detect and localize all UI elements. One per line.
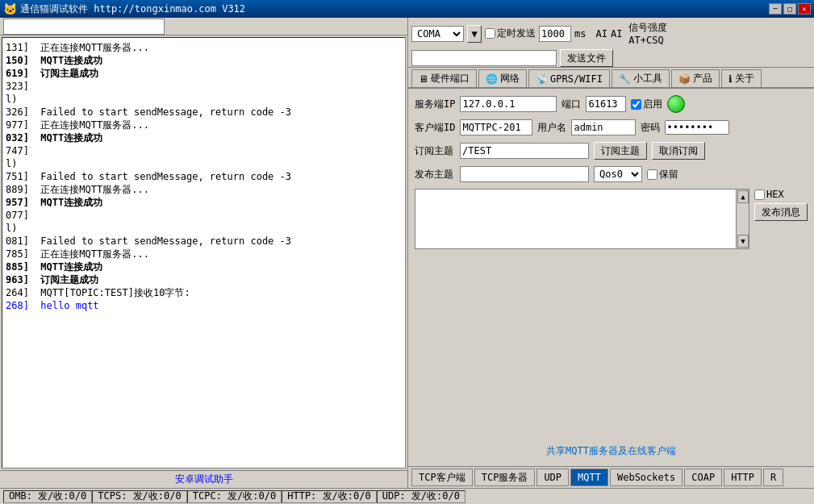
hex-checkbox[interactable] <box>754 190 765 200</box>
username-input[interactable] <box>571 119 636 135</box>
log-line: 977] 正在连接MQTT服务器... <box>6 119 402 131</box>
log-line: l) <box>6 93 402 106</box>
left-top-bar <box>0 18 407 35</box>
bottom-tab-tcp-client[interactable]: TCP客户端 <box>411 469 473 486</box>
log-line: l) <box>6 157 402 170</box>
main-container: 131] 正在连接MQTT服务器...150] MQTT连接成功619] 订阅主… <box>0 18 814 488</box>
subscribe-topic-input[interactable] <box>460 143 589 159</box>
send-data-input[interactable] <box>411 50 557 66</box>
bottom-tab-bar: TCP客户端 TCP服务器 UDP MQTT WebSockets COAP H… <box>408 466 814 488</box>
shared-link[interactable]: 共享MQTT服务器及在线客户端 <box>415 443 808 460</box>
signal-cmd: AT+CSQ <box>628 35 667 46</box>
log-line: 032] MQTT连接成功 <box>6 131 402 144</box>
subscribe-row: 订阅主题 订阅主题 取消订阅 <box>415 142 808 160</box>
maximize-button[interactable]: □ <box>783 3 796 15</box>
username-label: 用户名 <box>537 121 566 135</box>
tools-icon: 🔧 <box>619 73 631 85</box>
title-bar-icon: 🐱 <box>3 2 17 15</box>
message-textarea[interactable] <box>415 190 736 246</box>
bottom-tab-tcp-server[interactable]: TCP服务器 <box>474 469 536 486</box>
left-panel: 131] 正在连接MQTT服务器...150] MQTT连接成功619] 订阅主… <box>0 18 408 488</box>
tab-tools[interactable]: 🔧 小工具 <box>612 69 670 87</box>
qos-select[interactable]: Qos0 Qos1 Qos2 <box>594 166 642 182</box>
log-line: 150] MQTT连接成功 <box>6 54 402 67</box>
log-line: 619] 订阅主题成功 <box>6 67 402 80</box>
com-port-select[interactable]: COMA <box>411 26 464 42</box>
hex-label: HEX <box>754 189 808 200</box>
log-line: 081] Failed to start sendMessage, return… <box>6 235 402 248</box>
interval-input[interactable] <box>539 26 571 42</box>
password-input[interactable] <box>665 120 729 135</box>
publish-topic-label: 发布主题 <box>415 168 455 181</box>
client-id-label: 客户端ID <box>415 121 455 135</box>
mqtt-panel: 服务端IP 端口 启用 客户端ID 用户名 密码 <box>408 89 814 466</box>
log-line: 747] <box>6 144 402 157</box>
send-file-button[interactable]: 发送文件 <box>560 49 613 67</box>
enable-checkbox[interactable] <box>631 99 641 110</box>
log-line: 963] 订阅主题成功 <box>6 273 402 286</box>
bottom-tab-udp[interactable]: UDP <box>536 469 569 486</box>
status-tcpc: TCPC: 发/收:0/0 <box>187 490 282 503</box>
dropdown-btn[interactable]: ▼ <box>467 25 482 43</box>
tab-hardware[interactable]: 🖥 硬件端口 <box>411 69 477 87</box>
bottom-tab-r[interactable]: R <box>763 469 783 486</box>
message-area: ▲ ▼ <box>415 189 749 249</box>
client-id-row: 客户端ID 用户名 密码 <box>415 119 808 135</box>
log-line: 268] hello mqtt <box>6 299 402 312</box>
product-icon: 📦 <box>678 73 691 85</box>
bottom-tab-mqtt[interactable]: MQTT <box>570 469 608 486</box>
timed-send-label: 定时发送 <box>485 27 536 40</box>
message-scrollbar[interactable]: ▲ ▼ <box>736 190 749 248</box>
status-comb: OMB: 发/收:0/0 <box>3 490 92 503</box>
interval-unit: ms <box>574 28 586 40</box>
log-line: 326] Failed to start sendMessage, return… <box>6 106 402 119</box>
gprs-icon: 📡 <box>536 73 548 85</box>
publish-topic-input[interactable] <box>460 166 589 182</box>
tab-gprs[interactable]: 📡 GPRS/WIFI <box>528 69 610 87</box>
tab-bar: 🖥 硬件端口 🌐 网络 📡 GPRS/WIFI 🔧 小工具 📦 产品 ℹ <box>408 68 814 89</box>
subscribe-button[interactable]: 订阅主题 <box>594 142 647 160</box>
status-tcps: TCPS: 发/收:0/0 <box>92 490 186 503</box>
message-buttons: HEX 发布消息 <box>754 189 808 221</box>
unsubscribe-button[interactable]: 取消订阅 <box>652 142 705 160</box>
log-line: 785] 正在连接MQTT服务器... <box>6 248 402 260</box>
status-udp: UDP: 发/收:0/0 <box>377 490 465 503</box>
subscribe-topic-label: 订阅主题 <box>415 144 455 158</box>
bottom-tab-websockets[interactable]: WebSockets <box>610 469 683 486</box>
title-bar-buttons: ─ □ ✕ <box>769 3 811 15</box>
log-line: 957] MQTT连接成功 <box>6 196 402 209</box>
retain-checkbox[interactable] <box>647 169 657 180</box>
port-input[interactable] <box>586 96 626 112</box>
left-top-input[interactable] <box>3 19 165 35</box>
log-line: 885] MQTT连接成功 <box>6 260 402 273</box>
enable-label: 启用 <box>631 98 662 111</box>
server-ip-label: 服务端IP <box>415 98 455 111</box>
minimize-button[interactable]: ─ <box>769 3 782 15</box>
log-line: 323] <box>6 80 402 93</box>
log-line: 889] 正在连接MQTT服务器... <box>6 183 402 196</box>
retain-label: 保留 <box>647 168 678 181</box>
log-line: 264] MQTT[TOPIC:TEST]接收10字节: <box>6 286 402 299</box>
tab-network[interactable]: 🌐 网络 <box>478 69 527 87</box>
log-line: 077] <box>6 209 402 222</box>
log-area: 131] 正在连接MQTT服务器...150] MQTT连接成功619] 订阅主… <box>2 37 406 469</box>
top-toolbar: COMA ▼ 定时发送 ms AI AI 信号强度 AT+CSQ 发送文件 <box>408 18 814 68</box>
bottom-tab-coap[interactable]: COAP <box>684 469 722 486</box>
log-line: l) <box>6 222 402 235</box>
title-bar-title: 通信猫调试软件 http://tongxinmao.com V312 <box>20 2 769 16</box>
password-label: 密码 <box>641 121 660 135</box>
log-line: 131] 正在连接MQTT服务器... <box>6 41 402 54</box>
log-line: 751] Failed to start sendMessage, return… <box>6 170 402 183</box>
publish-message-button[interactable]: 发布消息 <box>754 203 808 221</box>
left-bottom-text: 安卓调试助手 <box>175 473 233 486</box>
bottom-tab-http[interactable]: HTTP <box>724 469 762 486</box>
timed-send-checkbox[interactable] <box>485 28 495 39</box>
tab-product[interactable]: 📦 产品 <box>671 69 720 87</box>
close-button[interactable]: ✕ <box>798 3 811 15</box>
status-http: HTTP: 发/收:0/0 <box>282 490 376 503</box>
tab-about[interactable]: ℹ 关于 <box>721 69 762 87</box>
signal-label2: AI <box>611 28 622 40</box>
about-icon: ℹ <box>728 73 733 85</box>
client-id-input[interactable] <box>460 119 532 135</box>
server-ip-input[interactable] <box>460 96 557 112</box>
